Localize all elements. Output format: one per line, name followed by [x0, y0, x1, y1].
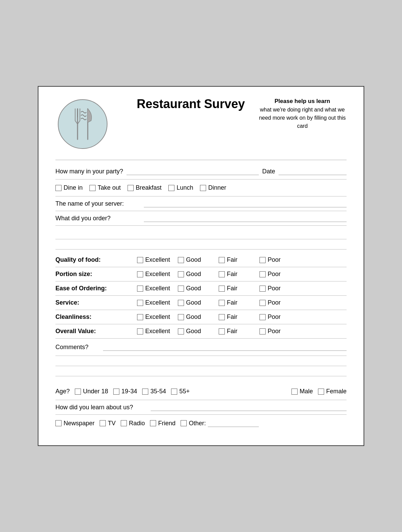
rating-portion-options: Excellent Good Fair Poor	[137, 271, 347, 278]
comments-input[interactable]	[103, 343, 347, 351]
cb-radio[interactable]: Radio	[121, 420, 145, 427]
ordering-fair-cb[interactable]	[219, 286, 225, 292]
ordering-good-cb[interactable]	[178, 286, 184, 292]
learn-label: How did you learn about us?	[55, 404, 151, 411]
server-input[interactable]	[144, 200, 347, 207]
cb-friend[interactable]: Friend	[150, 420, 175, 427]
gap-1	[55, 376, 347, 383]
comment-line-2	[55, 366, 347, 376]
cleanliness-excellent[interactable]: Excellent	[137, 313, 171, 321]
portion-fair[interactable]: Fair	[219, 271, 253, 278]
friend-checkbox[interactable]	[150, 420, 156, 426]
radio-checkbox[interactable]	[121, 420, 127, 426]
food-fair[interactable]: Fair	[219, 256, 253, 263]
cb-55plus[interactable]: 55+	[171, 388, 190, 395]
under18-checkbox[interactable]	[75, 389, 81, 395]
lunch-checkbox[interactable]	[168, 185, 174, 191]
ordering-excellent-cb[interactable]	[137, 286, 143, 292]
cleanliness-good[interactable]: Good	[178, 313, 212, 321]
breakfast-checkbox[interactable]	[128, 185, 134, 191]
rating-food-options: Excellent Good Fair Poor	[137, 256, 347, 263]
food-poor[interactable]: Poor	[259, 256, 294, 263]
3554-checkbox[interactable]	[142, 389, 148, 395]
cb-female[interactable]: Female	[318, 388, 347, 395]
lunch-label: Lunch	[177, 184, 193, 191]
cleanliness-fair-cb[interactable]	[219, 314, 225, 320]
cb-male[interactable]: Male	[291, 388, 313, 395]
value-poor[interactable]: Poor	[259, 328, 294, 335]
rating-service: Service: Excellent Good Fair Poor	[55, 296, 347, 310]
value-poor-cb[interactable]	[259, 328, 266, 334]
service-fair[interactable]: Fair	[219, 299, 253, 306]
take-out-checkbox[interactable]	[89, 185, 96, 191]
value-good-cb[interactable]	[178, 328, 184, 334]
cleanliness-good-cb[interactable]	[178, 314, 184, 320]
cb-lunch[interactable]: Lunch	[168, 184, 193, 191]
value-excellent[interactable]: Excellent	[137, 328, 171, 335]
portion-excellent[interactable]: Excellent	[137, 271, 171, 278]
cb-dine-in[interactable]: Dine in	[55, 184, 83, 191]
cb-breakfast[interactable]: Breakfast	[128, 184, 162, 191]
1934-checkbox[interactable]	[113, 389, 119, 395]
55plus-checkbox[interactable]	[171, 389, 177, 395]
server-label: The name of your server:	[55, 200, 144, 207]
service-excellent[interactable]: Excellent	[137, 299, 171, 306]
service-good[interactable]: Good	[178, 299, 212, 306]
rating-value: Overall Value: Excellent Good Fair Poor	[55, 324, 347, 339]
other-label: Other:	[189, 420, 206, 427]
cleanliness-excellent-cb[interactable]	[137, 314, 143, 320]
service-good-cb[interactable]	[178, 300, 184, 306]
cb-other[interactable]: Other:	[181, 419, 259, 427]
food-excellent-cb[interactable]	[137, 257, 143, 263]
value-fair[interactable]: Fair	[219, 328, 253, 335]
male-checkbox[interactable]	[291, 389, 298, 395]
portion-fair-cb[interactable]	[219, 271, 225, 277]
ordering-fair[interactable]: Fair	[219, 285, 253, 292]
order-input[interactable]	[144, 214, 347, 222]
ordering-poor[interactable]: Poor	[259, 285, 294, 292]
ordering-poor-cb[interactable]	[259, 286, 266, 292]
food-excellent[interactable]: Excellent	[137, 256, 171, 263]
value-good[interactable]: Good	[178, 328, 212, 335]
cb-tv[interactable]: TV	[100, 420, 116, 427]
ordering-excellent[interactable]: Excellent	[137, 285, 171, 292]
cb-3554[interactable]: 35-54	[142, 388, 166, 395]
value-fair-cb[interactable]	[219, 328, 225, 334]
cb-under18[interactable]: Under 18	[75, 388, 108, 395]
cleanliness-poor[interactable]: Poor	[259, 313, 294, 321]
tv-checkbox[interactable]	[100, 420, 106, 426]
service-poor[interactable]: Poor	[259, 299, 294, 306]
dine-in-label: Dine in	[64, 184, 83, 191]
rating-food: Quality of food: Excellent Good Fair Poo…	[55, 253, 347, 267]
food-good[interactable]: Good	[178, 256, 212, 263]
cleanliness-poor-cb[interactable]	[259, 314, 266, 320]
cb-take-out[interactable]: Take out	[89, 184, 121, 191]
portion-poor-cb[interactable]	[259, 271, 266, 277]
rating-service-label: Service:	[55, 299, 137, 306]
cb-1934[interactable]: 19-34	[113, 388, 137, 395]
female-checkbox[interactable]	[318, 389, 324, 395]
food-poor-cb[interactable]	[259, 257, 266, 263]
service-excellent-cb[interactable]	[137, 300, 143, 306]
page-title: Restaurant Survey	[123, 97, 258, 111]
comments-label: Comments?	[55, 344, 103, 351]
cb-newspaper[interactable]: Newspaper	[55, 420, 95, 427]
cb-dinner[interactable]: Dinner	[200, 184, 226, 191]
ordering-good[interactable]: Good	[178, 285, 212, 292]
service-poor-cb[interactable]	[259, 300, 266, 306]
value-excellent-cb[interactable]	[137, 328, 143, 334]
portion-good[interactable]: Good	[178, 271, 212, 278]
cleanliness-fair[interactable]: Fair	[219, 313, 253, 321]
portion-poor[interactable]: Poor	[259, 271, 294, 278]
other-checkbox[interactable]	[181, 420, 187, 426]
dinner-checkbox[interactable]	[200, 185, 206, 191]
date-fill	[279, 168, 347, 175]
portion-excellent-cb[interactable]	[137, 271, 143, 277]
newspaper-checkbox[interactable]	[55, 420, 62, 426]
food-good-cb[interactable]	[178, 257, 184, 263]
dine-in-checkbox[interactable]	[55, 185, 62, 191]
other-input[interactable]	[208, 419, 259, 427]
food-fair-cb[interactable]	[219, 257, 225, 263]
portion-good-cb[interactable]	[178, 271, 184, 277]
service-fair-cb[interactable]	[219, 300, 225, 306]
